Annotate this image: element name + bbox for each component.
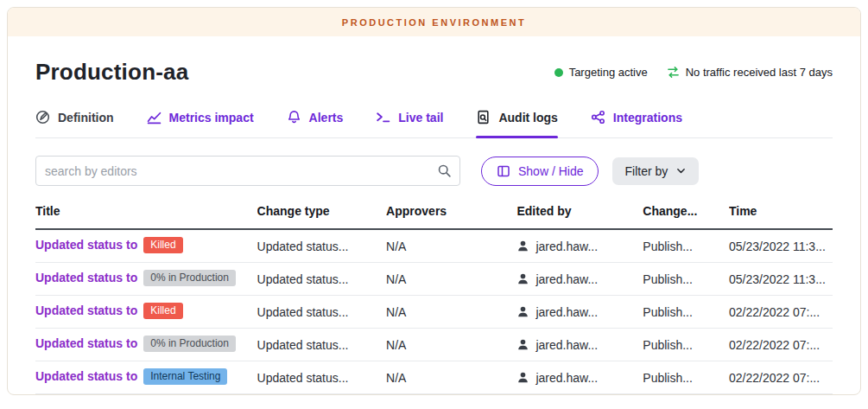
terminal-icon xyxy=(376,110,390,125)
cell-title: Updated status to0% in Production xyxy=(35,263,257,296)
cell-edited-by: jared.haw... xyxy=(516,296,643,329)
tab-definition[interactable]: Definition xyxy=(35,110,114,137)
cell-title: Updated status to0% in Production xyxy=(35,329,257,361)
tab-integrations[interactable]: Integrations xyxy=(591,110,682,137)
person-icon xyxy=(516,272,529,285)
tab-audit-logs-label: Audit logs xyxy=(498,111,557,125)
table-header-row: Title Change type Approvers Edited by Ch… xyxy=(35,196,833,229)
audit-title-link[interactable]: Updated status to xyxy=(35,271,137,284)
show-hide-label: Show / Hide xyxy=(518,164,583,178)
cell-change-type: Updated status... xyxy=(257,361,387,394)
cell-change: Publish... xyxy=(643,361,729,394)
column-header-edited-by: Edited by xyxy=(516,196,643,229)
cell-edited-by: jared.haw... xyxy=(516,329,643,361)
cell-approvers: N/A xyxy=(386,263,516,296)
columns-icon xyxy=(497,164,510,178)
search-box xyxy=(35,156,460,186)
tab-live-tail[interactable]: Live tail xyxy=(376,110,443,137)
cell-change-type: Updated status... xyxy=(257,229,387,263)
audit-table-body: Updated status toKilled Updated status..… xyxy=(35,229,833,394)
person-icon xyxy=(516,240,529,252)
status-group: Targeting active No traffic received las… xyxy=(554,66,833,79)
edited-by-name: jared.haw... xyxy=(535,338,598,352)
page-title: Production-aa xyxy=(35,59,188,86)
traffic-arrows-icon xyxy=(667,66,680,79)
targeting-active-dot-icon xyxy=(554,68,563,77)
bell-icon xyxy=(287,110,301,125)
page-header: Production-aa Targeting active No traffi… xyxy=(35,59,833,86)
column-header-time: Time xyxy=(729,196,833,229)
cell-edited-by: jared.haw... xyxy=(516,263,643,296)
cell-approvers: N/A xyxy=(386,361,516,394)
cell-time: 05/23/2022 11:3... xyxy=(729,263,833,296)
traffic-status: No traffic received last 7 days xyxy=(667,66,833,79)
tab-definition-label: Definition xyxy=(58,111,114,125)
cell-edited-by: jared.haw... xyxy=(516,361,643,394)
cell-time: 05/23/2022 11:3... xyxy=(729,229,833,263)
audit-title-link[interactable]: Updated status to xyxy=(35,369,137,383)
tab-metrics-impact-label: Metrics impact xyxy=(169,111,254,125)
cell-change-type: Updated status... xyxy=(257,296,387,329)
tab-audit-logs[interactable]: Audit logs xyxy=(476,110,557,137)
edited-by-name: jared.haw... xyxy=(535,240,598,253)
column-header-title: Title xyxy=(35,196,257,229)
person-icon xyxy=(516,305,529,318)
status-badge: Killed xyxy=(143,303,182,319)
filter-by-label: Filter by xyxy=(624,164,668,178)
cell-title: Updated status toKilled xyxy=(35,296,257,329)
table-row[interactable]: Updated status to0% in Production Update… xyxy=(35,329,833,361)
table-controls: Show / Hide Filter by xyxy=(35,156,833,186)
column-header-change: Change... xyxy=(643,196,729,229)
cell-time: 02/22/2022 07:... xyxy=(729,329,833,361)
cell-time: 02/22/2022 07:... xyxy=(729,296,833,329)
tab-metrics-impact[interactable]: Metrics impact xyxy=(147,110,254,137)
cell-approvers: N/A xyxy=(386,329,516,361)
status-badge: Killed xyxy=(143,237,182,253)
metrics-chart-icon xyxy=(147,110,162,125)
targeting-status: Targeting active xyxy=(554,66,648,79)
status-badge: Internal Testing xyxy=(143,368,227,385)
table-row[interactable]: Updated status to0% in Production Update… xyxy=(35,263,833,296)
cell-title: Updated status toKilled xyxy=(35,229,257,263)
cell-title: Updated status toInternal Testing xyxy=(35,361,257,394)
filter-by-button[interactable]: Filter by xyxy=(612,157,699,185)
audit-title-link[interactable]: Updated status to xyxy=(35,238,137,252)
status-badge: 0% in Production xyxy=(143,336,236,352)
search-icon xyxy=(437,163,452,178)
tab-live-tail-label: Live tail xyxy=(398,111,443,125)
edited-by-name: jared.haw... xyxy=(535,272,598,286)
audit-log-icon xyxy=(476,110,491,125)
cell-approvers: N/A xyxy=(386,229,516,263)
targeting-status-label: Targeting active xyxy=(569,66,648,79)
search-input[interactable] xyxy=(35,156,460,186)
cell-change: Publish... xyxy=(643,296,729,329)
edited-by-name: jared.haw... xyxy=(535,371,598,385)
cell-time: 02/22/2022 07:... xyxy=(729,361,833,394)
table-row[interactable]: Updated status toInternal Testing Update… xyxy=(35,361,833,394)
cell-change: Publish... xyxy=(643,263,729,296)
audit-title-link[interactable]: Updated status to xyxy=(35,336,137,350)
environment-card: PRODUCTION ENVIRONMENT Production-aa Tar… xyxy=(7,7,861,395)
show-hide-columns-button[interactable]: Show / Hide xyxy=(481,157,599,186)
column-header-change-type: Change type xyxy=(257,196,387,229)
tab-bar: Definition Metrics impact Alerts xyxy=(35,110,833,138)
cell-change-type: Updated status... xyxy=(257,329,387,361)
tab-alerts-label: Alerts xyxy=(309,111,344,125)
tab-integrations-label: Integrations xyxy=(613,111,682,125)
chevron-down-icon xyxy=(675,165,687,176)
column-header-approvers: Approvers xyxy=(386,196,516,229)
audit-log-table: Title Change type Approvers Edited by Ch… xyxy=(35,196,833,394)
person-icon xyxy=(516,338,529,351)
cell-edited-by: jared.haw... xyxy=(516,229,643,263)
table-row[interactable]: Updated status toKilled Updated status..… xyxy=(35,229,833,263)
environment-banner: PRODUCTION ENVIRONMENT xyxy=(8,8,860,36)
tab-alerts[interactable]: Alerts xyxy=(287,110,344,137)
table-row[interactable]: Updated status toKilled Updated status..… xyxy=(35,296,833,329)
audit-title-link[interactable]: Updated status to xyxy=(35,304,137,317)
cell-change: Publish... xyxy=(643,229,729,263)
cell-approvers: N/A xyxy=(386,296,516,329)
cell-change-type: Updated status... xyxy=(257,263,387,296)
integrations-icon xyxy=(591,110,605,125)
status-badge: 0% in Production xyxy=(143,270,236,286)
person-icon xyxy=(516,371,529,384)
